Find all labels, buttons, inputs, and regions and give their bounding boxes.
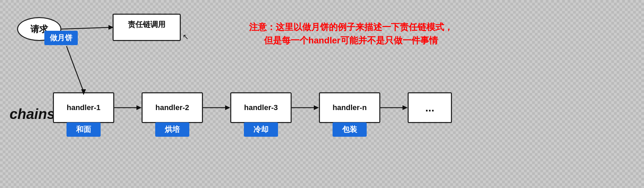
arrow-n-ellipsis (380, 92, 408, 123)
svg-line-10 (67, 46, 84, 92)
handler-1-box: handler-1 (53, 92, 114, 123)
ellipsis-label: ... (425, 102, 435, 114)
handler-1-sub: 和面 (67, 122, 101, 137)
notice-text: 注意：这里以做月饼的例子来描述一下责任链模式， 但是每一个handler可能并不… (249, 21, 453, 47)
svg-line-8 (61, 27, 111, 29)
handler-3-box: handler-3 (230, 92, 292, 123)
notice-line1: 注意：这里以做月饼的例子来描述一下责任链模式， (249, 21, 453, 34)
handler-2-box: handler-2 (142, 92, 203, 123)
handler-3-sub: 冷却 (244, 122, 278, 137)
handler-n-sub: 包装 (333, 122, 367, 137)
arrow-3-n (292, 92, 319, 123)
arrow-1-2 (114, 92, 142, 123)
notice-line2: 但是每一个handler可能并不是只做一件事情 (249, 34, 453, 47)
svg-marker-7 (402, 105, 408, 110)
arrow-2-3 (203, 92, 230, 123)
handler-2-title: handler-2 (155, 103, 189, 112)
svg-marker-5 (314, 105, 319, 110)
handler-2-wrapper: handler-2 烘培 (142, 92, 203, 137)
handler-n-wrapper: handler-n 包装 (319, 92, 380, 137)
handler-n-title: handler-n (333, 103, 367, 112)
chain-call-box: 责任链调用 (113, 14, 181, 41)
handler-1-wrapper: handler-1 和面 (53, 92, 114, 137)
handler-3-wrapper: handler-3 冷却 (230, 92, 292, 137)
ellipsis-box: ... (408, 92, 452, 123)
svg-marker-1 (136, 105, 142, 110)
chains-label: chains (10, 106, 55, 122)
cursor-icon: ↖ (182, 32, 189, 41)
handler-2-sub: 烘培 (155, 122, 189, 137)
svg-marker-3 (225, 105, 230, 110)
handler-n-box: handler-n (319, 92, 380, 123)
handler-1-title: handler-1 (67, 103, 100, 112)
mooncake-label: 做月饼 (44, 31, 78, 45)
handler-3-title: handler-3 (244, 103, 278, 112)
